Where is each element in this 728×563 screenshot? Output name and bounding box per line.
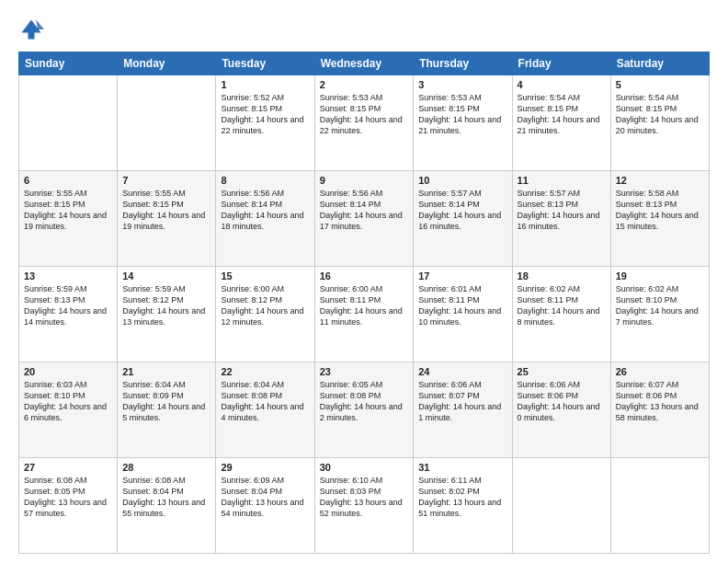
calendar-cell: 30Sunrise: 6:10 AMSunset: 8:03 PMDayligh… [314,458,414,554]
calendar-cell: 27Sunrise: 6:08 AMSunset: 8:05 PMDayligh… [19,458,118,554]
calendar-cell: 11Sunrise: 5:57 AMSunset: 8:13 PMDayligh… [512,171,610,267]
calendar-cell [118,75,216,171]
cell-info: Sunrise: 5:52 AMSunset: 8:15 PMDaylight:… [221,92,309,137]
weekday-header-thursday: Thursday [414,52,512,75]
cell-info: Sunrise: 5:54 AMSunset: 8:15 PMDaylight:… [616,92,704,137]
weekday-header-monday: Monday [118,52,216,75]
day-number: 4 [518,79,606,90]
week-row-1: 1Sunrise: 5:52 AMSunset: 8:15 PMDaylight… [19,75,710,171]
calendar-cell: 12Sunrise: 5:58 AMSunset: 8:13 PMDayligh… [610,171,709,267]
day-number: 2 [320,79,409,90]
day-number: 28 [122,462,210,473]
cell-info: Sunrise: 5:59 AMSunset: 8:12 PMDaylight:… [122,283,210,328]
weekday-header-saturday: Saturday [610,52,709,75]
header [18,17,710,42]
day-number: 7 [122,175,210,186]
weekday-header-row: SundayMondayTuesdayWednesdayThursdayFrid… [19,52,710,75]
calendar-cell: 4Sunrise: 5:54 AMSunset: 8:15 PMDaylight… [512,75,610,171]
week-row-4: 20Sunrise: 6:03 AMSunset: 8:10 PMDayligh… [19,362,710,458]
cell-info: Sunrise: 5:55 AMSunset: 8:15 PMDaylight:… [24,188,112,233]
cell-info: Sunrise: 5:56 AMSunset: 8:14 PMDaylight:… [320,188,409,233]
calendar-cell: 1Sunrise: 5:52 AMSunset: 8:15 PMDaylight… [216,75,314,171]
cell-info: Sunrise: 6:00 AMSunset: 8:11 PMDaylight:… [320,283,409,328]
day-number: 27 [24,462,112,473]
cell-info: Sunrise: 6:07 AMSunset: 8:06 PMDaylight:… [616,379,704,424]
cell-info: Sunrise: 6:08 AMSunset: 8:04 PMDaylight:… [122,475,210,520]
day-number: 17 [418,270,506,282]
calendar-cell: 31Sunrise: 6:11 AMSunset: 8:02 PMDayligh… [414,458,512,554]
day-number: 18 [518,270,606,282]
cell-info: Sunrise: 5:59 AMSunset: 8:13 PMDaylight:… [24,283,112,328]
calendar-cell: 8Sunrise: 5:56 AMSunset: 8:14 PMDaylight… [216,171,314,267]
calendar-cell: 22Sunrise: 6:04 AMSunset: 8:08 PMDayligh… [216,362,314,458]
day-number: 31 [418,462,506,473]
day-number: 3 [418,79,506,90]
day-number: 29 [221,462,309,473]
day-number: 9 [320,175,409,186]
calendar-cell: 19Sunrise: 6:02 AMSunset: 8:10 PMDayligh… [610,267,709,362]
cell-info: Sunrise: 6:06 AMSunset: 8:07 PMDaylight:… [418,379,506,424]
cell-info: Sunrise: 5:54 AMSunset: 8:15 PMDaylight:… [518,92,606,137]
cell-info: Sunrise: 5:57 AMSunset: 8:13 PMDaylight:… [518,188,606,233]
cell-info: Sunrise: 5:56 AMSunset: 8:14 PMDaylight:… [221,188,309,233]
day-number: 12 [616,175,704,186]
cell-info: Sunrise: 6:02 AMSunset: 8:10 PMDaylight:… [616,283,704,328]
calendar-cell: 7Sunrise: 5:55 AMSunset: 8:15 PMDaylight… [118,171,216,267]
cell-info: Sunrise: 6:05 AMSunset: 8:08 PMDaylight:… [320,379,409,424]
cell-info: Sunrise: 5:55 AMSunset: 8:15 PMDaylight:… [122,188,210,233]
day-number: 22 [221,366,309,377]
cell-info: Sunrise: 6:06 AMSunset: 8:06 PMDaylight:… [518,379,606,424]
day-number: 15 [221,270,309,282]
calendar-cell: 3Sunrise: 5:53 AMSunset: 8:15 PMDaylight… [414,75,512,171]
cell-info: Sunrise: 6:11 AMSunset: 8:02 PMDaylight:… [418,475,506,520]
calendar-table: SundayMondayTuesdayWednesdayThursdayFrid… [18,52,710,554]
calendar-cell: 15Sunrise: 6:00 AMSunset: 8:12 PMDayligh… [216,267,314,362]
calendar-cell: 6Sunrise: 5:55 AMSunset: 8:15 PMDaylight… [19,171,118,267]
week-row-5: 27Sunrise: 6:08 AMSunset: 8:05 PMDayligh… [19,458,710,554]
calendar-cell: 20Sunrise: 6:03 AMSunset: 8:10 PMDayligh… [19,362,118,458]
calendar-cell: 13Sunrise: 5:59 AMSunset: 8:13 PMDayligh… [19,267,118,362]
calendar-cell: 26Sunrise: 6:07 AMSunset: 8:06 PMDayligh… [610,362,709,458]
cell-info: Sunrise: 6:04 AMSunset: 8:08 PMDaylight:… [221,379,309,424]
logo [18,17,48,42]
calendar-cell: 10Sunrise: 5:57 AMSunset: 8:14 PMDayligh… [414,171,512,267]
day-number: 14 [122,270,210,282]
cell-info: Sunrise: 5:53 AMSunset: 8:15 PMDaylight:… [418,92,506,137]
calendar-cell: 25Sunrise: 6:06 AMSunset: 8:06 PMDayligh… [512,362,610,458]
day-number: 11 [518,175,606,186]
cell-info: Sunrise: 6:02 AMSunset: 8:11 PMDaylight:… [518,283,606,328]
day-number: 5 [616,79,704,90]
weekday-header-sunday: Sunday [19,52,118,75]
cell-info: Sunrise: 5:53 AMSunset: 8:15 PMDaylight:… [320,92,409,137]
day-number: 23 [320,366,409,377]
week-row-3: 13Sunrise: 5:59 AMSunset: 8:13 PMDayligh… [19,267,710,362]
calendar-cell: 29Sunrise: 6:09 AMSunset: 8:04 PMDayligh… [216,458,314,554]
calendar-cell: 9Sunrise: 5:56 AMSunset: 8:14 PMDaylight… [314,171,414,267]
day-number: 26 [616,366,704,377]
cell-info: Sunrise: 5:57 AMSunset: 8:14 PMDaylight:… [418,188,506,233]
calendar-cell: 5Sunrise: 5:54 AMSunset: 8:15 PMDaylight… [610,75,709,171]
calendar-cell: 24Sunrise: 6:06 AMSunset: 8:07 PMDayligh… [414,362,512,458]
day-number: 30 [320,462,409,473]
calendar-cell: 14Sunrise: 5:59 AMSunset: 8:12 PMDayligh… [118,267,216,362]
weekday-header-tuesday: Tuesday [216,52,314,75]
day-number: 8 [221,175,309,186]
calendar-cell [610,458,709,554]
week-row-2: 6Sunrise: 5:55 AMSunset: 8:15 PMDaylight… [19,171,710,267]
logo-icon [18,17,44,42]
calendar-cell: 21Sunrise: 6:04 AMSunset: 8:09 PMDayligh… [118,362,216,458]
cell-info: Sunrise: 6:00 AMSunset: 8:12 PMDaylight:… [221,283,309,328]
day-number: 16 [320,270,409,282]
day-number: 1 [221,79,309,90]
day-number: 24 [418,366,506,377]
day-number: 21 [122,366,210,377]
cell-info: Sunrise: 5:58 AMSunset: 8:13 PMDaylight:… [616,188,704,233]
calendar-cell [19,75,118,171]
day-number: 19 [616,270,704,282]
cell-info: Sunrise: 6:03 AMSunset: 8:10 PMDaylight:… [24,379,112,424]
day-number: 20 [24,366,112,377]
day-number: 25 [518,366,606,377]
calendar-cell: 18Sunrise: 6:02 AMSunset: 8:11 PMDayligh… [512,267,610,362]
calendar-cell: 17Sunrise: 6:01 AMSunset: 8:11 PMDayligh… [414,267,512,362]
cell-info: Sunrise: 6:04 AMSunset: 8:09 PMDaylight:… [122,379,210,424]
